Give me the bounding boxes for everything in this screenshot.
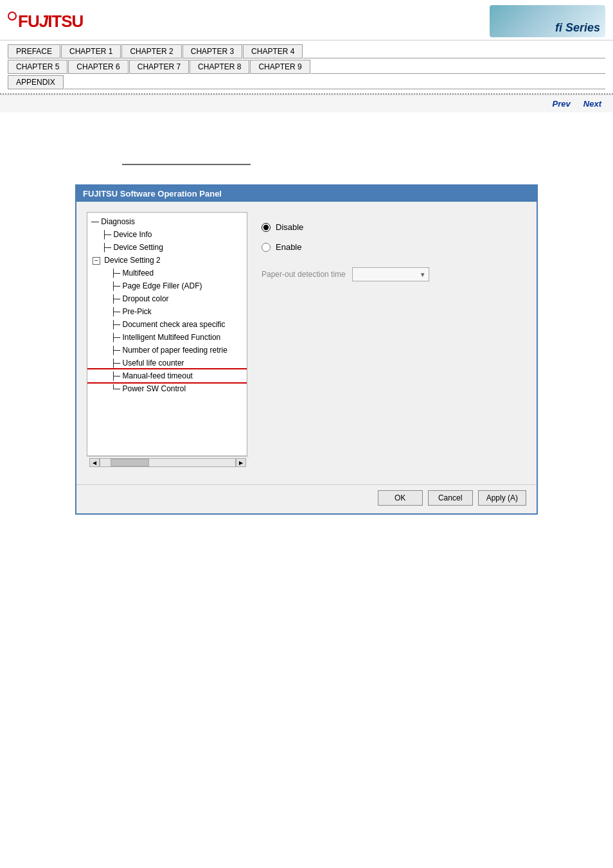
tree-panel-wrapper: — Diagnosis ├– Device Info ├– Device Set… bbox=[87, 212, 249, 474]
cancel-button[interactable]: Cancel bbox=[428, 490, 473, 506]
radio-enable-label: Enable bbox=[276, 242, 301, 252]
tree-label-diagnosis: — Diagnosis bbox=[91, 217, 135, 226]
nav-separator-1 bbox=[303, 58, 605, 58]
radio-disable-label: Disable bbox=[276, 222, 303, 232]
radio-disable[interactable] bbox=[262, 223, 271, 232]
prev-next-bar: Prev Next bbox=[0, 94, 613, 112]
tree-item-manual-feed-timeout[interactable]: ├– Manual-feed timeout bbox=[87, 369, 247, 382]
dialog-body: — Diagnosis ├– Device Info ├– Device Set… bbox=[76, 202, 537, 484]
nav-tab-preface[interactable]: PREFACE bbox=[8, 44, 60, 58]
header: FUJITSU fi Series bbox=[0, 0, 613, 40]
tree-label-page-edge-filler: ├– Page Edge Filler (ADF) bbox=[111, 281, 202, 290]
tree-label-useful-life: ├– Useful life counter bbox=[111, 359, 184, 368]
tree-item-num-paper-feeding[interactable]: ├– Number of paper feeding retrie bbox=[87, 344, 247, 357]
tree-label-pre-pick: ├– Pre-Pick bbox=[111, 307, 152, 316]
scroll-right-button[interactable]: ▶ bbox=[236, 458, 246, 467]
nav-tab-ch4[interactable]: CHAPTER 4 bbox=[243, 44, 303, 58]
scroll-track[interactable] bbox=[100, 458, 236, 467]
tree-panel: — Diagnosis ├– Device Info ├– Device Set… bbox=[87, 212, 247, 456]
tree-item-multifeed[interactable]: ├– Multifeed bbox=[87, 267, 247, 279]
tree-item-device-setting[interactable]: ├– Device Setting bbox=[87, 241, 247, 254]
tree-item-doc-check-area[interactable]: ├– Document check area specific bbox=[87, 318, 247, 331]
description-underline bbox=[122, 164, 251, 165]
next-button[interactable]: Next bbox=[580, 98, 605, 110]
tree-item-device-info[interactable]: ├– Device Info bbox=[87, 228, 247, 241]
tree-label-device-info: ├– Device Info bbox=[102, 230, 152, 239]
nav-tabs: PREFACE CHAPTER 1 CHAPTER 2 CHAPTER 3 CH… bbox=[0, 40, 613, 89]
tree-label-manual-feed-timeout: ├– Manual-feed timeout bbox=[111, 371, 193, 380]
fi-series-label: fi Series bbox=[555, 21, 600, 35]
tree-item-intelligent-multifeed[interactable]: ├– Intelligent Multifeed Function bbox=[87, 331, 247, 344]
tree-label-intelligent-multifeed: ├– Intelligent Multifeed Function bbox=[111, 333, 220, 342]
nav-row-3: APPENDIX bbox=[8, 75, 605, 89]
scroll-thumb[interactable] bbox=[111, 459, 149, 466]
tree-label-num-paper-feeding: ├– Number of paper feeding retrie bbox=[111, 346, 227, 355]
nav-tab-ch2[interactable]: CHAPTER 2 bbox=[121, 44, 181, 58]
dialog-footer: OK Cancel Apply (A) bbox=[76, 484, 537, 513]
tree-horizontal-scrollbar[interactable]: ◀ ▶ bbox=[87, 456, 249, 468]
fujitsu-logo: FUJITSU bbox=[8, 12, 83, 31]
software-operation-panel-dialog: FUJITSU Software Operation Panel — Diagn… bbox=[75, 184, 538, 515]
tree-item-dropout-color[interactable]: ├– Dropout color bbox=[87, 292, 247, 305]
right-panel: Disable Enable Paper-out detection time … bbox=[249, 212, 526, 474]
nav-tab-ch6[interactable]: CHAPTER 6 bbox=[68, 60, 128, 74]
tree-item-device-setting2[interactable]: − Device Setting 2 bbox=[87, 254, 247, 267]
tree-label-doc-check-area: ├– Document check area specific bbox=[111, 320, 226, 329]
dialog-titlebar: FUJITSU Software Operation Panel bbox=[76, 186, 537, 202]
nav-tab-ch5[interactable]: CHAPTER 5 bbox=[8, 60, 67, 74]
nav-tab-ch7[interactable]: CHAPTER 7 bbox=[129, 60, 189, 74]
nav-tab-appendix[interactable]: APPENDIX bbox=[8, 75, 64, 89]
radio-enable[interactable] bbox=[262, 243, 271, 252]
dialog-title-label: FUJITSU Software Operation Panel bbox=[83, 189, 222, 199]
nav-separator-3 bbox=[64, 89, 605, 89]
header-right: fi Series bbox=[490, 5, 605, 37]
nav-separator-2 bbox=[311, 73, 605, 74]
radio-row-disable: Disable bbox=[262, 222, 513, 232]
nav-tab-ch9[interactable]: CHAPTER 9 bbox=[250, 60, 310, 74]
tree-label-device-setting: ├– Device Setting bbox=[102, 243, 163, 252]
paper-out-label: Paper-out detection time bbox=[262, 270, 346, 279]
tree-label-dropout-color: ├– Dropout color bbox=[111, 294, 169, 303]
logo-circle-icon bbox=[8, 12, 17, 21]
fi-series-badge: fi Series bbox=[490, 5, 605, 37]
nav-row-2: CHAPTER 5 CHAPTER 6 CHAPTER 7 CHAPTER 8 … bbox=[8, 60, 605, 74]
logo-area: FUJITSU bbox=[8, 12, 83, 31]
nav-tab-ch3[interactable]: CHAPTER 3 bbox=[182, 44, 242, 58]
radio-group-manual-feed: Disable Enable bbox=[262, 222, 513, 252]
tree-label-power-sw-control: └– Power SW Control bbox=[111, 384, 186, 393]
apply-button[interactable]: Apply (A) bbox=[478, 490, 526, 506]
nav-row-1: PREFACE CHAPTER 1 CHAPTER 2 CHAPTER 3 CH… bbox=[8, 44, 605, 58]
tree-item-page-edge-filler[interactable]: ├– Page Edge Filler (ADF) bbox=[87, 279, 247, 292]
nav-tab-ch1[interactable]: CHAPTER 1 bbox=[61, 44, 121, 58]
tree-label-device-setting2: Device Setting 2 bbox=[104, 256, 160, 265]
main-content: FUJITSU Software Operation Panel — Diagn… bbox=[0, 112, 613, 540]
scroll-left-button[interactable]: ◀ bbox=[89, 458, 100, 467]
dropdown-arrow-icon: ▼ bbox=[420, 271, 426, 278]
tree-item-useful-life[interactable]: ├– Useful life counter bbox=[87, 357, 247, 369]
paper-out-dropdown[interactable]: ▼ bbox=[352, 267, 429, 281]
prev-button[interactable]: Prev bbox=[549, 98, 574, 110]
tree-item-power-sw-control[interactable]: └– Power SW Control bbox=[87, 382, 247, 395]
tree-label-multifeed: ├– Multifeed bbox=[111, 269, 154, 278]
tree-item-diagnosis[interactable]: — Diagnosis bbox=[87, 215, 247, 228]
tree-expand-icon: − bbox=[93, 257, 100, 265]
radio-row-enable: Enable bbox=[262, 242, 513, 252]
paper-out-row: Paper-out detection time ▼ bbox=[262, 267, 513, 281]
ok-button[interactable]: OK bbox=[378, 490, 423, 506]
nav-tab-ch8[interactable]: CHAPTER 8 bbox=[190, 60, 249, 74]
tree-item-pre-pick[interactable]: ├– Pre-Pick bbox=[87, 305, 247, 318]
